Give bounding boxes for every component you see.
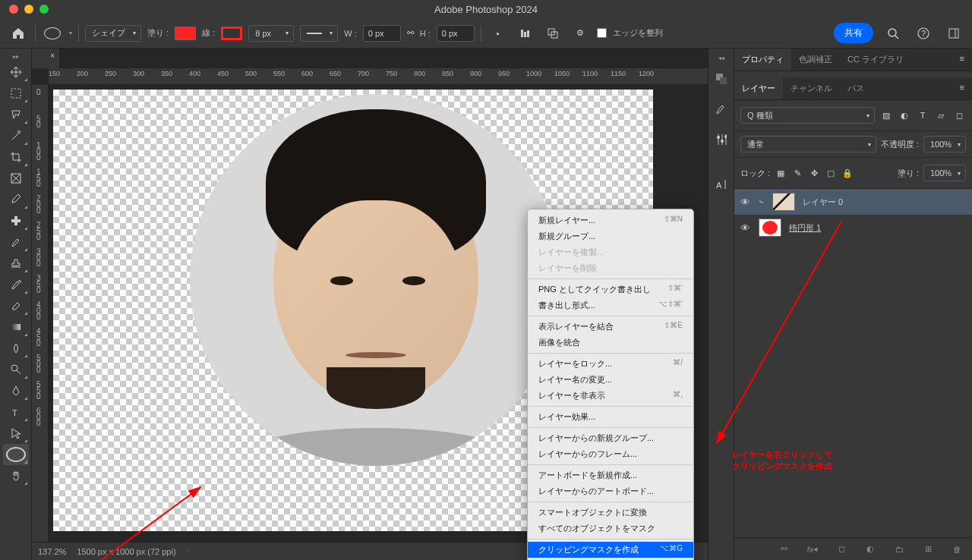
context-menu-item[interactable]: レイヤーをロック...⌘/	[528, 356, 693, 372]
pen-tool[interactable]	[3, 380, 29, 401]
context-menu-item[interactable]: レイヤー効果...	[528, 409, 693, 425]
stroke-style-dropdown[interactable]	[300, 25, 338, 42]
filter-type-icon[interactable]: T	[916, 105, 929, 126]
context-menu-item[interactable]: アートボードを新規作成...	[528, 467, 693, 483]
help-icon[interactable]: ?	[913, 23, 934, 44]
lock-brush-icon[interactable]: ✎	[791, 162, 803, 184]
stamp-tool[interactable]	[3, 253, 29, 274]
paths-tab[interactable]: パス	[840, 77, 872, 99]
context-menu-item[interactable]: レイヤーからのアートボード...	[528, 483, 693, 499]
panel-menu-icon[interactable]: ≡	[952, 77, 972, 99]
filter-adjust-icon[interactable]: ◐	[898, 105, 911, 126]
history-brush-tool[interactable]	[3, 274, 29, 295]
context-menu-item[interactable]: 表示レイヤーを結合⇧⌘E	[528, 319, 693, 335]
adjustments-panel-icon[interactable]	[708, 127, 734, 153]
ellipse-tool[interactable]	[3, 444, 29, 465]
lock-all-icon[interactable]: 🔒	[841, 162, 854, 184]
context-menu-item[interactable]: スマートオブジェクトに変換	[528, 505, 693, 521]
lock-transparent-icon[interactable]: ▦	[775, 162, 787, 184]
swatches-panel-icon[interactable]	[708, 96, 734, 122]
eraser-tool[interactable]	[3, 295, 29, 316]
shape-preview-icon[interactable]	[42, 23, 63, 44]
adjustments-tab[interactable]: 色調補正	[791, 49, 840, 71]
layer-row-0[interactable]: 👁 ⤷ レイヤー 0	[734, 189, 972, 215]
lasso-tool[interactable]	[3, 104, 29, 125]
group-icon[interactable]: 🗀	[888, 539, 910, 560]
svg-point-27	[717, 136, 720, 139]
layer-filter-dropdown[interactable]: Q 種類	[740, 107, 875, 124]
layer-thumbnail[interactable]	[759, 219, 781, 237]
path-select-tool[interactable]	[3, 423, 29, 444]
search-icon[interactable]	[882, 23, 904, 44]
new-layer-icon[interactable]: ⊞	[917, 539, 939, 560]
align-icon[interactable]	[515, 23, 536, 44]
visibility-toggle[interactable]: 👁	[740, 197, 751, 208]
panel-menu-icon[interactable]: ≡	[952, 49, 972, 71]
layer-thumbnail[interactable]	[772, 193, 795, 211]
context-menu-item[interactable]: レイヤーからの新規グループ...	[528, 430, 693, 446]
width-input[interactable]	[363, 25, 401, 42]
path-ops-icon[interactable]: ▪	[488, 23, 509, 44]
zoom-level[interactable]: 137.2%	[38, 547, 66, 556]
opacity-dropdown[interactable]: 100%	[923, 136, 966, 153]
layers-tab[interactable]: レイヤー	[734, 77, 783, 99]
properties-tab[interactable]: プロパティ	[734, 49, 791, 71]
color-panel-icon[interactable]	[708, 66, 734, 92]
context-menu-item[interactable]: クリッピングマスクを作成⌥⌘G	[528, 542, 693, 558]
filter-image-icon[interactable]: ▨	[879, 105, 893, 126]
gradient-tool[interactable]	[3, 316, 29, 338]
context-menu-item[interactable]: PNG としてクイック書き出し⇧⌘'	[528, 282, 693, 297]
blur-tool[interactable]	[3, 338, 29, 359]
delete-layer-icon[interactable]: 🗑	[946, 539, 967, 560]
link-icon[interactable]: ⚯	[407, 28, 414, 38]
workspace-icon[interactable]	[943, 23, 964, 44]
layer-name[interactable]: 楕円形 1	[789, 222, 821, 234]
marquee-tool[interactable]	[3, 83, 29, 104]
context-menu-item[interactable]: 書き出し形式...⌥⇧⌘'	[528, 297, 693, 313]
context-menu-item[interactable]: すべてのオブジェクトをマスク	[528, 521, 693, 536]
eyedropper-tool[interactable]	[3, 189, 29, 210]
shape-mode-dropdown[interactable]: シェイプ	[85, 25, 141, 42]
link-layers-icon[interactable]: ⚯	[773, 539, 794, 560]
fx-icon[interactable]: fx◂	[802, 539, 823, 560]
cc-libraries-tab[interactable]: CC ライブラリ	[840, 49, 911, 71]
hand-tool[interactable]	[3, 465, 29, 486]
height-input[interactable]	[437, 25, 475, 42]
context-menu-item[interactable]: レイヤー名の変更...	[528, 372, 693, 388]
home-button[interactable]	[8, 23, 29, 44]
blend-mode-dropdown[interactable]: 通常	[740, 136, 876, 153]
document-tab[interactable]: ×	[32, 49, 59, 68]
mask-icon[interactable]: ◻	[831, 539, 852, 560]
lock-position-icon[interactable]: ✥	[808, 162, 820, 184]
context-menu-item[interactable]: レイヤーからのフレーム...	[528, 446, 693, 462]
lock-artboard-icon[interactable]: ▢	[825, 162, 837, 184]
stroke-width-dropdown[interactable]: 8 px	[248, 25, 294, 42]
fill-color-swatch[interactable]	[175, 27, 196, 40]
context-menu-item[interactable]: レイヤーを非表示⌘,	[528, 388, 693, 404]
context-menu-item[interactable]: 新規グループ...	[528, 228, 693, 244]
share-button[interactable]: 共有	[834, 23, 873, 43]
channels-tab[interactable]: チャンネル	[783, 77, 840, 99]
visibility-toggle[interactable]: 👁	[740, 222, 751, 234]
dodge-tool[interactable]	[3, 359, 29, 380]
healing-tool[interactable]	[3, 210, 29, 231]
crop-tool[interactable]	[3, 146, 29, 168]
stroke-color-swatch[interactable]	[221, 27, 242, 40]
context-menu-item[interactable]: 画像を統合	[528, 335, 693, 351]
gear-icon[interactable]: ⚙	[570, 23, 591, 44]
filter-smart-icon[interactable]: ◻	[952, 105, 966, 126]
layer-name[interactable]: レイヤー 0	[803, 197, 843, 208]
frame-tool[interactable]	[3, 168, 29, 189]
context-menu-item[interactable]: 新規レイヤー...⇧⌘N	[528, 212, 693, 228]
fill-dropdown[interactable]: 100%	[923, 165, 966, 181]
character-panel-icon[interactable]: A	[708, 171, 734, 197]
arrange-icon[interactable]	[542, 23, 563, 44]
filter-shape-icon[interactable]: ▱	[934, 105, 948, 126]
type-tool[interactable]: T	[3, 401, 29, 423]
adjustment-layer-icon[interactable]: ◐	[860, 539, 881, 560]
edge-align-checkbox[interactable]	[597, 28, 607, 38]
brush-tool[interactable]	[3, 231, 29, 253]
layer-row-1[interactable]: 👁 楕円形 1	[734, 215, 972, 241]
magic-wand-tool[interactable]	[3, 125, 29, 146]
move-tool[interactable]	[3, 61, 29, 83]
